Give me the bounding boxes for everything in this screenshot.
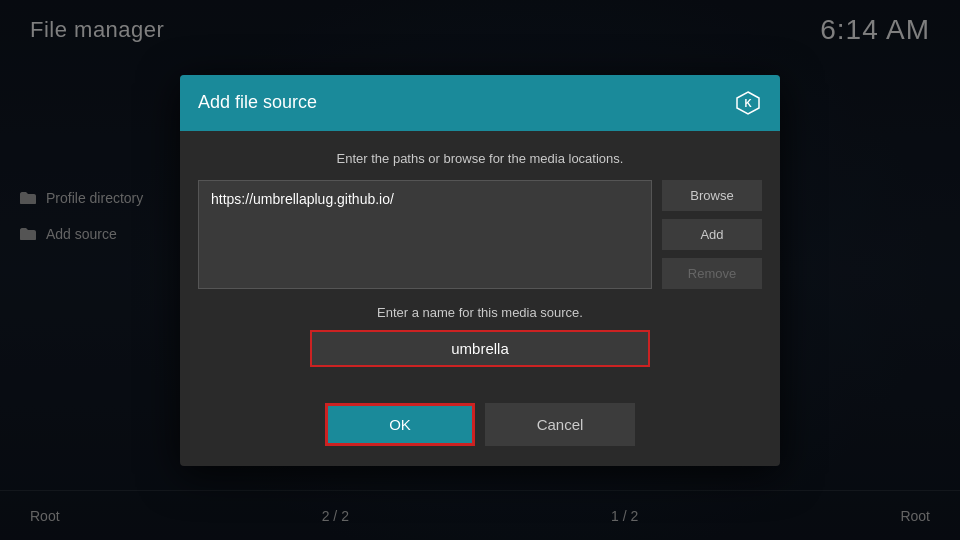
add-file-source-dialog: Add file source K Enter the paths or bro… xyxy=(180,75,780,466)
source-path-box[interactable]: https://umbrellaplug.github.io/ xyxy=(198,180,652,289)
source-url-text: https://umbrellaplug.github.io/ xyxy=(211,191,394,207)
ok-button[interactable]: OK xyxy=(325,403,475,446)
dialog-header: Add file source K xyxy=(180,75,780,131)
media-source-name-input[interactable] xyxy=(310,330,650,367)
svg-text:K: K xyxy=(744,98,752,109)
name-label: Enter a name for this media source. xyxy=(198,305,762,320)
source-action-buttons: Browse Add Remove xyxy=(662,180,762,289)
dialog-title: Add file source xyxy=(198,92,317,113)
browse-button[interactable]: Browse xyxy=(662,180,762,211)
kodi-logo: K xyxy=(734,89,762,117)
dialog-body: Enter the paths or browse for the media … xyxy=(180,131,780,387)
name-input-wrapper xyxy=(198,330,762,367)
source-row: https://umbrellaplug.github.io/ Browse A… xyxy=(198,180,762,289)
dialog-footer-buttons: OK Cancel xyxy=(180,387,780,466)
remove-button[interactable]: Remove xyxy=(662,258,762,289)
cancel-button[interactable]: Cancel xyxy=(485,403,635,446)
add-button[interactable]: Add xyxy=(662,219,762,250)
dialog-description: Enter the paths or browse for the media … xyxy=(198,151,762,166)
modal-overlay: Add file source K Enter the paths or bro… xyxy=(0,0,960,540)
